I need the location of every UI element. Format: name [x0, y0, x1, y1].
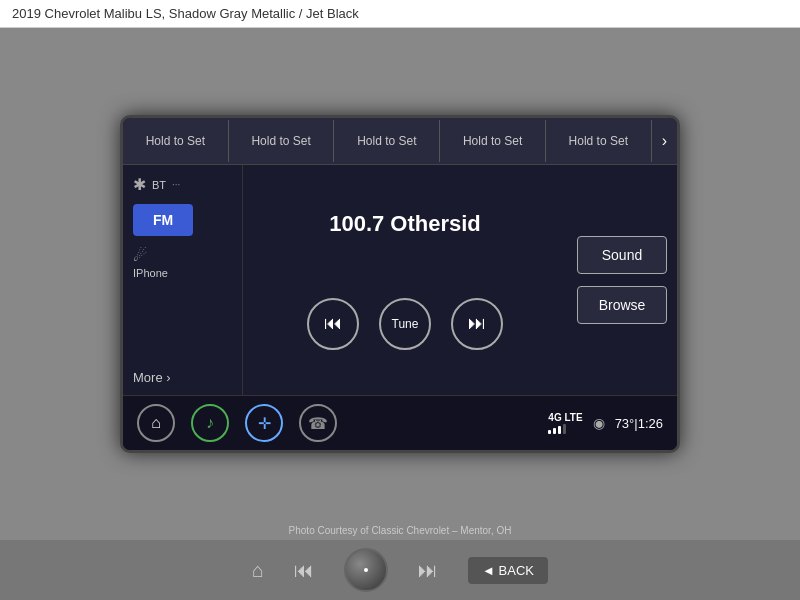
left-panel: ✱ BT ··· FM ☄ IPhone More › [123, 165, 243, 395]
next-icon: ⏭ [468, 313, 486, 334]
signal-bar-1 [548, 430, 551, 434]
iphone-row: ☄ IPhone [133, 246, 232, 279]
preset-2[interactable]: Hold to Set [229, 120, 335, 162]
right-panel: Sound Browse [567, 165, 677, 395]
next-button[interactable]: ⏭ [451, 298, 503, 350]
dial-indicator [364, 568, 368, 572]
sound-button[interactable]: Sound [577, 236, 667, 274]
top-bar: 2019 Chevrolet Malibu LS, Shadow Gray Me… [0, 0, 800, 28]
infotainment-screen: Hold to Set Hold to Set Hold to Set Hold… [120, 115, 680, 453]
hw-home-icon: ⌂ [252, 559, 264, 581]
browse-button[interactable]: Browse [577, 286, 667, 324]
photo-credit: Photo Courtesy of Classic Chevrolet – Me… [289, 525, 512, 536]
lte-badge: 4G LTE [548, 412, 582, 434]
center-panel: 100.7 Othersid ⏮ Tune ⏭ [243, 165, 567, 395]
fm-button[interactable]: FM [133, 204, 193, 236]
preset-5[interactable]: Hold to Set [546, 120, 652, 162]
signal-bar-4 [563, 424, 566, 434]
hardware-controls: ⌂ ⏮ ⏭ ◄ BACK [0, 540, 800, 600]
music-button[interactable]: ♪ [191, 404, 229, 442]
preset-4[interactable]: Hold to Set [440, 120, 546, 162]
iphone-label: IPhone [133, 267, 168, 279]
status-right: 4G LTE ◉ 73°|1:26 [548, 412, 663, 434]
hw-prev-icon: ⏮ [294, 559, 314, 581]
phone-button[interactable]: ☎ [299, 404, 337, 442]
main-content-area: ✱ BT ··· FM ☄ IPhone More › [123, 165, 677, 395]
apps-button[interactable]: ✛ [245, 404, 283, 442]
bluetooth-icon: ✱ [133, 175, 146, 194]
hw-back-button[interactable]: ◄ BACK [468, 557, 548, 584]
preset-1[interactable]: Hold to Set [123, 120, 229, 162]
signal-bar-3 [558, 426, 561, 434]
more-link[interactable]: More › [133, 370, 232, 385]
content-middle: Hold to Set Hold to Set Hold to Set Hold… [0, 28, 800, 540]
signal-bars [548, 424, 566, 434]
location-icon: ◉ [593, 415, 605, 431]
bt-label: BT [152, 179, 166, 191]
bt-dots: ··· [172, 179, 180, 190]
phone-icon: ☎ [308, 414, 328, 433]
presets-row: Hold to Set Hold to Set Hold to Set Hold… [123, 118, 677, 165]
bluetooth-row: ✱ BT ··· [133, 175, 232, 194]
prev-button[interactable]: ⏮ [307, 298, 359, 350]
tune-button[interactable]: Tune [379, 298, 431, 350]
hw-next-icon: ⏭ [418, 559, 438, 581]
dial-knob[interactable] [344, 548, 388, 592]
music-icon: ♪ [206, 414, 214, 432]
apps-icon: ✛ [258, 414, 271, 433]
lte-label: 4G LTE [548, 412, 582, 423]
home-button[interactable]: ⌂ [137, 404, 175, 442]
hw-next-button[interactable]: ⏭ [418, 559, 438, 582]
hw-prev-button[interactable]: ⏮ [294, 559, 314, 582]
playback-controls: ⏮ Tune ⏭ [307, 298, 503, 350]
temp-time: 73°|1:26 [615, 416, 663, 431]
prev-icon: ⏮ [324, 313, 342, 334]
hw-home-button[interactable]: ⌂ [252, 559, 264, 582]
car-title: 2019 Chevrolet Malibu LS, Shadow Gray Me… [12, 6, 359, 21]
station-name: 100.7 Othersid [329, 211, 481, 237]
presets-next-arrow[interactable]: › [652, 118, 677, 164]
status-bar: ⌂ ♪ ✛ ☎ 4G LTE [123, 395, 677, 450]
home-icon: ⌂ [151, 414, 161, 432]
preset-3[interactable]: Hold to Set [334, 120, 440, 162]
signal-bar-2 [553, 428, 556, 434]
tune-label: Tune [392, 317, 419, 331]
usb-icon: ☄ [133, 246, 147, 265]
